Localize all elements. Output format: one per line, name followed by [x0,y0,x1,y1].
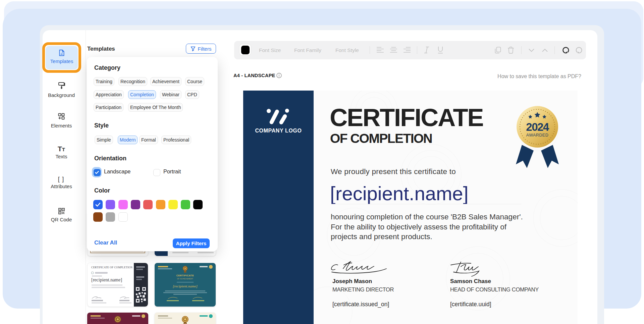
svg-text:2024: 2024 [526,121,549,133]
svg-text:AWARDED: AWARDED [526,133,548,138]
